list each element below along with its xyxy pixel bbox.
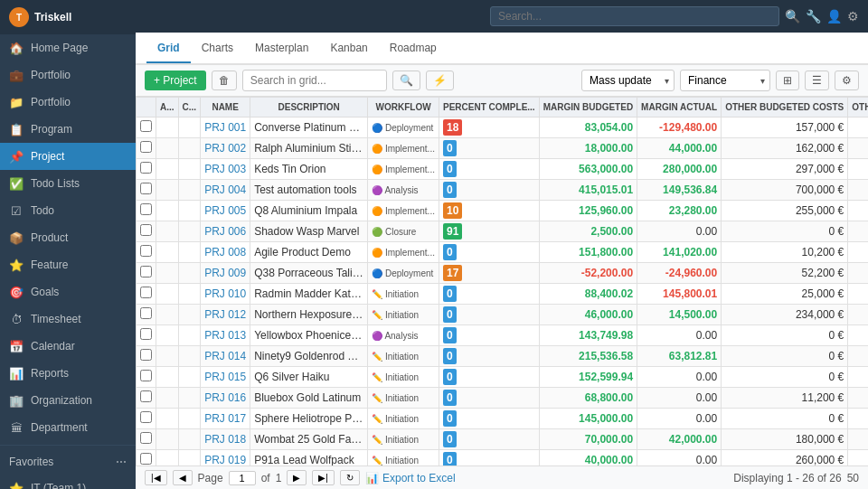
sidebar-item-portfolio1[interactable]: 💼Portfolio — [0, 61, 136, 89]
row-checkbox[interactable] — [137, 263, 156, 284]
sidebar-fav-it-team1[interactable]: ⭐IT (Team 1) — [0, 475, 136, 489]
first-page-button[interactable]: |◀ — [145, 470, 167, 485]
row-pct: 0 — [439, 242, 539, 263]
table-row: PRJ 017Sphere Heliotrope Plato✏️ Initiat… — [137, 409, 869, 429]
grid-search-input[interactable] — [242, 70, 387, 91]
sidebar-item-calendar[interactable]: 📅Calendar — [0, 333, 136, 360]
sidebar-item-feature[interactable]: ⭐Feature — [0, 251, 136, 278]
last-page-button[interactable]: ▶| — [312, 470, 335, 485]
sidebar-item-portfolio2[interactable]: 📁Portfolio — [0, 89, 136, 116]
row-checkbox[interactable] — [137, 367, 156, 388]
col-header-5[interactable]: WORKFLOW — [368, 98, 439, 118]
search-icon[interactable]: 🔍 — [785, 9, 800, 24]
view-options-button[interactable]: ⊞ — [776, 71, 799, 90]
row-id[interactable]: PRJ 004 — [201, 180, 250, 201]
sidebar-item-project[interactable]: 📌Project — [0, 143, 136, 170]
col-header-8[interactable]: MARGIN ACTUAL — [637, 98, 722, 118]
col-header-4[interactable]: DESCRIPTION — [250, 98, 368, 118]
grid-search-button[interactable]: 🔍 — [392, 71, 420, 90]
row-id[interactable]: PRJ 015 — [201, 367, 250, 388]
row-id[interactable]: PRJ 001 — [201, 118, 250, 138]
sidebar-item-timesheet[interactable]: ⏱Timesheet — [0, 306, 136, 333]
row-checkbox[interactable] — [137, 346, 156, 367]
col-header-9[interactable]: OTHER BUDGETED COSTS — [722, 98, 848, 118]
filter-button[interactable]: ⚡ — [426, 71, 454, 90]
row-checkbox[interactable] — [137, 180, 156, 201]
add-project-button[interactable]: + Project — [145, 71, 206, 90]
row-id[interactable]: PRJ 008 — [201, 242, 250, 263]
row-workflow-icon: ✏️ Initiation — [368, 346, 439, 367]
col-header-7[interactable]: MARGIN BUDGETED — [539, 98, 637, 118]
mass-update-select[interactable]: Mass update — [581, 70, 675, 91]
row-attach — [156, 159, 179, 180]
col-header-6[interactable]: PERCENT COMPLE... — [439, 98, 539, 118]
row-id[interactable]: PRJ 013 — [201, 325, 250, 346]
row-checkbox[interactable] — [137, 450, 156, 466]
row-id[interactable]: PRJ 018 — [201, 429, 250, 450]
row-id[interactable]: PRJ 006 — [201, 221, 250, 242]
tools-icon[interactable]: 🔧 — [806, 9, 821, 24]
sidebar-item-todolists[interactable]: ✅Todo Lists — [0, 170, 136, 197]
sidebar-item-home[interactable]: 🏠Home Page — [0, 34, 136, 61]
sidebar-item-product[interactable]: 📦Product — [0, 224, 136, 251]
sidebar-icon-todo: ☑ — [9, 203, 24, 218]
page-input[interactable] — [229, 471, 256, 485]
row-id[interactable]: PRJ 014 — [201, 346, 250, 367]
row-other-budgeted: 700,000 € — [722, 180, 848, 201]
user-icon[interactable]: 👤 — [826, 9, 842, 24]
next-page-button[interactable]: ▶ — [287, 470, 307, 485]
row-id[interactable]: PRJ 016 — [201, 388, 250, 409]
finance-select[interactable]: Finance — [680, 70, 770, 91]
row-checkbox[interactable] — [137, 388, 156, 409]
topbar-search-input[interactable] — [490, 6, 779, 26]
col-header-0[interactable] — [137, 98, 156, 118]
row-checkbox[interactable] — [137, 118, 156, 138]
prev-page-button[interactable]: ◀ — [173, 470, 193, 485]
row-margin-budgeted: 88,400.02 — [539, 284, 637, 305]
tab-charts[interactable]: Charts — [191, 34, 244, 63]
export-button[interactable]: 📊 Export to Excel — [365, 472, 456, 484]
row-id[interactable]: PRJ 010 — [201, 284, 250, 305]
row-checkbox[interactable] — [137, 409, 156, 429]
refresh-button[interactable]: ↻ — [340, 470, 360, 485]
col-header-1[interactable]: A... — [156, 98, 179, 118]
tab-grid[interactable]: Grid — [146, 34, 191, 63]
row-checkbox[interactable] — [137, 138, 156, 159]
row-id[interactable]: PRJ 017 — [201, 409, 250, 429]
row-checkbox[interactable] — [137, 305, 156, 325]
sidebar-item-todo[interactable]: ☑Todo — [0, 197, 136, 224]
row-checkbox[interactable] — [137, 325, 156, 346]
tab-roadmap[interactable]: Roadmap — [379, 34, 448, 63]
col-header-10[interactable]: OTHER ACTUAL COSTS — [848, 98, 868, 118]
row-attach — [156, 305, 179, 325]
row-id[interactable]: PRJ 005 — [201, 201, 250, 221]
sidebar-item-program[interactable]: 📋Program — [0, 116, 136, 143]
row-checkbox[interactable] — [137, 221, 156, 242]
row-checkbox[interactable] — [137, 429, 156, 450]
col-header-3[interactable]: NAME — [201, 98, 250, 118]
delete-button[interactable]: 🗑 — [212, 71, 237, 90]
sidebar-item-reports[interactable]: 📊Reports — [0, 360, 136, 387]
gear-button[interactable]: ⚙ — [835, 71, 859, 90]
tab-kanban[interactable]: Kanban — [319, 34, 378, 63]
sidebar-label-program: Program — [31, 123, 72, 136]
sidebar-item-organization[interactable]: 🏢Organization — [0, 387, 136, 414]
row-id[interactable]: PRJ 003 — [201, 159, 250, 180]
row-checkbox[interactable] — [137, 159, 156, 180]
col-header-2[interactable]: C... — [178, 98, 201, 118]
row-checkbox[interactable] — [137, 242, 156, 263]
fav-icon-it-team1: ⭐ — [9, 481, 24, 489]
row-checkbox[interactable] — [137, 284, 156, 305]
toolbar: + Project 🗑 🔍 ⚡ Mass update Finance ⊞ ☰ — [136, 65, 868, 97]
tab-masterplan[interactable]: Masterplan — [244, 34, 319, 63]
row-checkbox[interactable] — [137, 201, 156, 221]
sidebar-item-department[interactable]: 🏛Department — [0, 414, 136, 441]
sidebar-item-goals[interactable]: 🎯Goals — [0, 278, 136, 306]
row-id[interactable]: PRJ 009 — [201, 263, 250, 284]
row-id[interactable]: PRJ 019 — [201, 450, 250, 466]
columns-button[interactable]: ☰ — [805, 71, 829, 90]
favorites-more-icon[interactable]: ⋯ — [116, 456, 127, 468]
settings-icon[interactable]: ⚙ — [847, 9, 859, 24]
row-id[interactable]: PRJ 002 — [201, 138, 250, 159]
row-id[interactable]: PRJ 012 — [201, 305, 250, 325]
